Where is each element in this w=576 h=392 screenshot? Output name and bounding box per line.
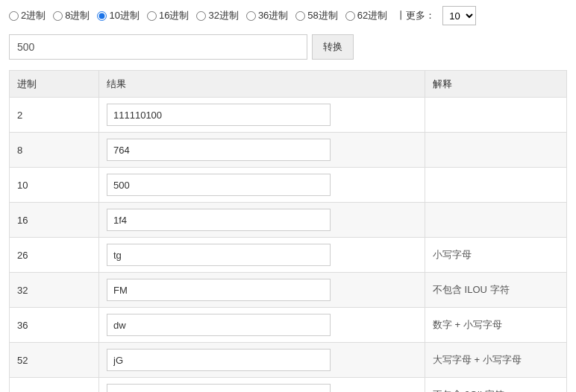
cell-result <box>99 343 425 378</box>
result-input[interactable] <box>107 209 331 231</box>
cell-base: 2 <box>10 98 99 133</box>
table-row: 32不包含 ILOU 字符 <box>10 273 567 308</box>
table-row: 8 <box>10 133 567 168</box>
result-input[interactable] <box>107 279 331 301</box>
base-radio-10进制[interactable]: 10进制 <box>97 9 139 22</box>
cell-result <box>99 378 425 393</box>
table-row: 16 <box>10 203 567 238</box>
base-radio-label: 58进制 <box>307 9 337 22</box>
base-radio-label: 32进制 <box>208 9 238 22</box>
cell-desc <box>425 98 567 133</box>
result-input[interactable] <box>107 314 331 336</box>
base-radio-row: 2进制8进制10进制16进制32进制36进制58进制62进制丨更多： 10 <box>9 6 567 25</box>
cell-base: 8 <box>10 133 99 168</box>
cell-result <box>99 133 425 168</box>
cell-base: 52 <box>10 343 99 378</box>
base-radio-input[interactable] <box>196 11 206 21</box>
table-row: 2 <box>10 98 567 133</box>
base-radio-36进制[interactable]: 36进制 <box>246 9 288 22</box>
base-radio-input[interactable] <box>147 11 157 21</box>
cell-result <box>99 168 425 203</box>
result-input[interactable] <box>107 104 331 126</box>
base-radio-input[interactable] <box>246 11 256 21</box>
cell-desc: 大写字母 + 小写字母 <box>425 343 567 378</box>
cell-desc <box>425 168 567 203</box>
cell-result <box>99 308 425 343</box>
cell-result <box>99 98 425 133</box>
table-row: 52大写字母 + 小写字母 <box>10 343 567 378</box>
cell-desc: 不包含 ILOU 字符 <box>425 273 567 308</box>
base-radio-label: 36进制 <box>258 9 288 22</box>
result-input[interactable] <box>107 349 331 371</box>
cell-base: 36 <box>10 308 99 343</box>
base-radio-8进制[interactable]: 8进制 <box>53 9 90 22</box>
base-radio-input[interactable] <box>97 11 107 21</box>
base-radio-input[interactable] <box>53 11 63 21</box>
base-radio-label: 8进制 <box>65 9 90 22</box>
cell-base: 16 <box>10 203 99 238</box>
result-input[interactable] <box>107 244 331 266</box>
base-radio-32进制[interactable]: 32进制 <box>196 9 238 22</box>
cell-desc: 小写字母 <box>425 238 567 273</box>
base-radio-58进制[interactable]: 58进制 <box>295 9 337 22</box>
base-radio-label: 2进制 <box>21 9 46 22</box>
base-radio-2进制[interactable]: 2进制 <box>9 9 46 22</box>
cell-result <box>99 203 425 238</box>
cell-desc: 不包含 0OlI 字符 <box>425 378 567 393</box>
col-header-base: 进制 <box>10 71 99 98</box>
result-input[interactable] <box>107 139 331 161</box>
base-radio-input[interactable] <box>9 11 19 21</box>
base-radio-label: 10进制 <box>109 9 139 22</box>
cell-desc <box>425 203 567 238</box>
convert-button[interactable]: 转换 <box>312 34 354 60</box>
table-row: 36数字 + 小写字母 <box>10 308 567 343</box>
result-input[interactable] <box>107 174 331 196</box>
col-header-result: 结果 <box>99 71 425 98</box>
cell-base: 32 <box>10 273 99 308</box>
cell-base: 10 <box>10 168 99 203</box>
result-table: 进制 结果 解释 28101626小写字母32不包含 ILOU 字符36数字 +… <box>9 70 567 392</box>
cell-desc: 数字 + 小写字母 <box>425 308 567 343</box>
cell-base: 26 <box>10 238 99 273</box>
table-row: 58不包含 0OlI 字符 <box>10 378 567 393</box>
table-header-row: 进制 结果 解释 <box>10 71 567 98</box>
cell-result <box>99 238 425 273</box>
input-row: 转换 <box>9 34 567 60</box>
base-radio-16进制[interactable]: 16进制 <box>147 9 189 22</box>
result-tbody: 28101626小写字母32不包含 ILOU 字符36数字 + 小写字母52大写… <box>10 98 567 393</box>
cell-base: 58 <box>10 378 99 393</box>
table-row: 10 <box>10 168 567 203</box>
base-radio-label: 62进制 <box>357 9 387 22</box>
cell-result <box>99 273 425 308</box>
more-label: 丨更多： <box>396 9 435 22</box>
base-radio-62进制[interactable]: 62进制 <box>345 9 387 22</box>
more-base-select[interactable]: 10 <box>442 6 476 25</box>
cell-desc <box>425 133 567 168</box>
base-radio-input[interactable] <box>345 11 355 21</box>
base-radio-input[interactable] <box>295 11 305 21</box>
base-radio-label: 16进制 <box>159 9 189 22</box>
number-input[interactable] <box>9 34 307 60</box>
result-input[interactable] <box>107 384 331 392</box>
col-header-desc: 解释 <box>425 71 567 98</box>
table-row: 26小写字母 <box>10 238 567 273</box>
